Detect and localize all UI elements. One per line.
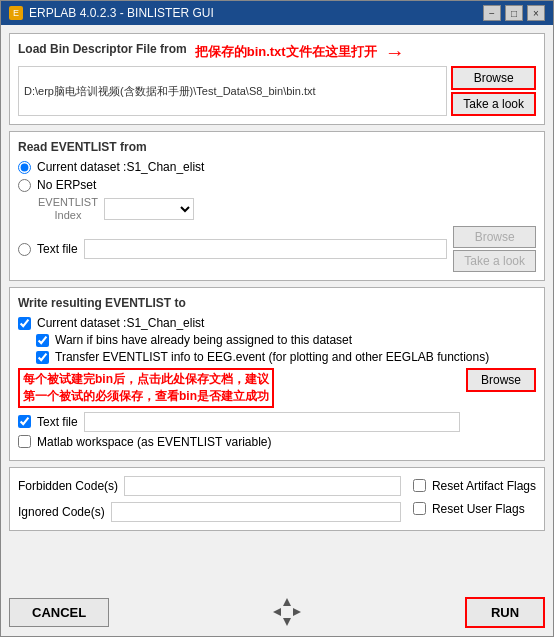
title-bar-controls: − □ ×: [483, 5, 545, 21]
run-button[interactable]: RUN: [465, 597, 545, 628]
load-bin-buttons: Browse Take a look: [451, 66, 536, 116]
write-text-file-check[interactable]: [18, 415, 31, 428]
read-eventlist-take-look-button[interactable]: Take a look: [453, 250, 536, 272]
ignored-codes-label: Ignored Code(s): [18, 505, 105, 519]
footer-right: Reset Artifact Flags Reset User Flags: [413, 476, 536, 522]
write-warn-check[interactable]: [36, 334, 49, 347]
footer-left: Forbidden Code(s) Ignored Code(s): [18, 476, 401, 522]
radio-text-file[interactable]: [18, 243, 31, 256]
radio-group: Current dataset :S1_Chan_elist No ERPset…: [18, 160, 536, 272]
ignored-codes-input[interactable]: [111, 502, 401, 522]
write-textfile-check-row: Text file: [18, 412, 460, 432]
radio-textfile-row: Text file: [18, 239, 447, 259]
radio-current-dataset-row: Current dataset :S1_Chan_elist: [18, 160, 536, 174]
svg-marker-3: [293, 608, 301, 616]
annotation-load-bin: 把保存的bin.txt文件在这里打开: [195, 43, 377, 61]
write-check3-row: Transfer EVENTLIST info to EEG.event (fo…: [36, 350, 536, 364]
read-eventlist-section: Read EVENTLIST from Current dataset :S1_…: [9, 131, 545, 281]
write-current-dataset-check[interactable]: [18, 317, 31, 330]
title-bar-left: E ERPLAB 4.0.2.3 - BINLISTER GUI: [9, 6, 214, 20]
write-textfile-left: 每个被试建完bin后，点击此处保存文档，建议 第一个被试的必须保存，查看bin是…: [18, 368, 460, 452]
eventlist-index-row: EVENTLIST Index: [38, 196, 536, 222]
footer-inner: Forbidden Code(s) Ignored Code(s) Reset …: [18, 476, 536, 522]
write-matlab-check-row: Matlab workspace (as EVENTLIST variable): [18, 435, 460, 449]
reset-user-row: Reset User Flags: [413, 502, 536, 516]
main-window: E ERPLAB 4.0.2.3 - BINLISTER GUI − □ × L…: [0, 0, 554, 637]
write-textfile-area: 每个被试建完bin后，点击此处保存文档，建议 第一个被试的必须保存，查看bin是…: [18, 368, 536, 452]
load-bin-browse-group: Browse Take a look: [18, 66, 536, 116]
cancel-button[interactable]: CANCEL: [9, 598, 109, 627]
nav-icon: [269, 594, 305, 630]
forbidden-codes-label: Forbidden Code(s): [18, 479, 118, 493]
write-text-file-label: Text file: [37, 415, 78, 429]
radio-current-dataset[interactable]: [18, 161, 31, 174]
load-bin-title: Load Bin Descriptor File from: [18, 42, 187, 56]
write-matlab-label: Matlab workspace (as EVENTLIST variable): [37, 435, 272, 449]
minimize-button[interactable]: −: [483, 5, 501, 21]
read-eventlist-browse-button[interactable]: Browse: [453, 226, 536, 248]
read-eventlist-buttons: Browse Take a look: [453, 226, 536, 272]
close-button[interactable]: ×: [527, 5, 545, 21]
annotation-write-line1: 每个被试建完bin后，点击此处保存文档，建议: [23, 371, 269, 388]
window-title: ERPLAB 4.0.2.3 - BINLISTER GUI: [29, 6, 214, 20]
annotation-write-line2: 第一个被试的必须保存，查看bin是否建立成功: [23, 388, 269, 405]
svg-marker-2: [273, 608, 281, 616]
write-check2-row: Warn if bins have already being assigned…: [36, 333, 536, 347]
annotation-write-row: 每个被试建完bin后，点击此处保存文档，建议 第一个被试的必须保存，查看bin是…: [18, 368, 460, 408]
svg-marker-0: [283, 598, 291, 606]
svg-marker-1: [283, 618, 291, 626]
load-bin-section: Load Bin Descriptor File from 把保存的bin.tx…: [9, 33, 545, 125]
radio-no-erpset-label: No ERPset: [37, 178, 96, 192]
footer-section: Forbidden Code(s) Ignored Code(s) Reset …: [9, 467, 545, 531]
forbidden-codes-row: Forbidden Code(s): [18, 476, 401, 496]
app-icon: E: [9, 6, 23, 20]
write-text-file-input[interactable]: [84, 412, 460, 432]
eventlist-index-label: EVENTLIST Index: [38, 196, 98, 222]
reset-user-check[interactable]: [413, 502, 426, 515]
radio-no-erpset[interactable]: [18, 179, 31, 192]
reset-user-label: Reset User Flags: [432, 502, 525, 516]
load-bin-take-look-button[interactable]: Take a look: [451, 92, 536, 116]
write-transfer-label: Transfer EVENTLIST info to EEG.event (fo…: [55, 350, 489, 364]
load-bin-filepath-input[interactable]: [18, 66, 447, 116]
radio-textfile-outer: Text file Browse Take a look: [18, 226, 536, 272]
reset-artifact-check[interactable]: [413, 479, 426, 492]
radio-text-file-label: Text file: [37, 242, 78, 256]
text-file-input[interactable]: [84, 239, 448, 259]
ignored-codes-row: Ignored Code(s): [18, 502, 401, 522]
write-matlab-check[interactable]: [18, 435, 31, 448]
main-content: Load Bin Descriptor File from 把保存的bin.tx…: [1, 25, 553, 588]
write-eventlist-section: Write resulting EVENTLIST to Current dat…: [9, 287, 545, 461]
radio-no-erpset-row: No ERPset: [18, 178, 536, 192]
reset-artifact-label: Reset Artifact Flags: [432, 479, 536, 493]
write-current-dataset-label: Current dataset :S1_Chan_elist: [37, 316, 204, 330]
eventlist-index-select[interactable]: [104, 198, 194, 220]
write-eventlist-title: Write resulting EVENTLIST to: [18, 296, 536, 310]
write-browse-button[interactable]: Browse: [466, 368, 536, 392]
arrow-load-bin: →: [385, 42, 405, 62]
write-check1-row: Current dataset :S1_Chan_elist: [18, 316, 536, 330]
maximize-button[interactable]: □: [505, 5, 523, 21]
forbidden-codes-input[interactable]: [124, 476, 401, 496]
bottom-bar: CANCEL RUN: [1, 588, 553, 636]
title-bar: E ERPLAB 4.0.2.3 - BINLISTER GUI − □ ×: [1, 1, 553, 25]
write-browse-buttons: Browse: [466, 368, 536, 392]
radio-current-dataset-label: Current dataset :S1_Chan_elist: [37, 160, 204, 174]
read-eventlist-title: Read EVENTLIST from: [18, 140, 536, 154]
write-warn-label: Warn if bins have already being assigned…: [55, 333, 352, 347]
write-transfer-check[interactable]: [36, 351, 49, 364]
load-bin-browse-button[interactable]: Browse: [451, 66, 536, 90]
reset-artifact-row: Reset Artifact Flags: [413, 479, 536, 493]
annotation-write-box: 每个被试建完bin后，点击此处保存文档，建议 第一个被试的必须保存，查看bin是…: [18, 368, 274, 408]
